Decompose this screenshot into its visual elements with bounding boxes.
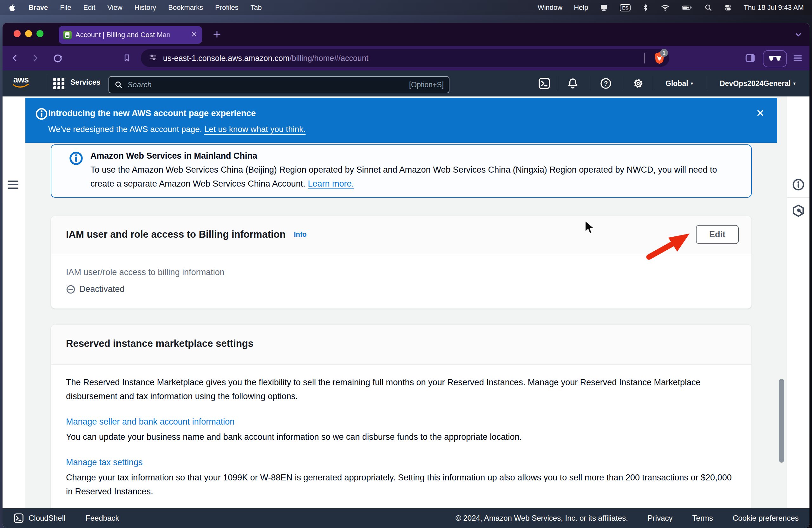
account-menu[interactable]: DevOps2024General▾ xyxy=(720,70,796,97)
panel-info-icon[interactable] xyxy=(787,172,810,197)
nav-divider xyxy=(47,75,47,91)
iam-card-title: IAM user and role access to Billing info… xyxy=(66,229,307,240)
cloudshell-icon[interactable] xyxy=(538,70,551,97)
menu-view[interactable]: View xyxy=(107,3,122,12)
search-shortcut-hint: [Option+S] xyxy=(409,81,444,89)
battery-icon[interactable] xyxy=(681,3,693,12)
search-icon xyxy=(114,80,123,89)
new-tab-button[interactable] xyxy=(212,29,222,41)
side-nav-collapsed xyxy=(2,97,25,508)
region-selector[interactable]: Global▾ xyxy=(665,70,693,97)
iam-status-badge: Deactivated xyxy=(79,284,125,294)
aws-logo[interactable]: aws xyxy=(12,75,30,90)
tab-search-chevron-icon[interactable] xyxy=(794,30,802,40)
wifi-icon[interactable] xyxy=(661,3,670,12)
reserved-intro-text: The Reserved Instance Marketplace gives … xyxy=(66,375,735,403)
banner-feedback-link[interactable]: Let us know what you think. xyxy=(204,124,305,134)
cloudshell-button[interactable]: CloudShell xyxy=(13,513,66,524)
tab-close-icon[interactable] xyxy=(191,31,198,39)
footer-copyright: © 2024, Amazon Web Services, Inc. or its… xyxy=(455,514,628,523)
reserved-card-title: Reserved instance marketplace settings xyxy=(66,338,253,349)
panel-hexagon-icon[interactable] xyxy=(787,198,810,223)
browser-tabbar: Account | Billing and Cost Man xyxy=(2,23,810,46)
footer-cookie-link[interactable]: Cookie preferences xyxy=(733,514,799,523)
iam-info-link[interactable]: Info xyxy=(294,230,306,238)
help-panel-rail xyxy=(787,97,810,508)
alert-text: To use the Amazon Web Services China (Be… xyxy=(90,163,738,191)
new-experience-banner: Introducing the new AWS account page exp… xyxy=(25,98,777,143)
display-icon[interactable] xyxy=(599,3,608,12)
services-menu[interactable]: Services xyxy=(70,78,101,87)
control-center-icon[interactable] xyxy=(724,3,732,12)
info-icon xyxy=(35,107,48,122)
iam-access-card: IAM user and role access to Billing info… xyxy=(51,216,752,309)
deactivated-icon xyxy=(66,285,75,294)
cloudshell-icon xyxy=(13,513,24,524)
browser-menu-icon[interactable] xyxy=(792,46,803,70)
banner-close-icon[interactable] xyxy=(756,108,765,119)
tab-title: Account | Billing and Cost Man xyxy=(75,31,180,39)
manage-seller-link[interactable]: Manage seller and bank account informati… xyxy=(66,415,737,429)
bluetooth-icon[interactable] xyxy=(642,3,649,12)
bookmark-icon[interactable] xyxy=(122,46,131,70)
url-path: /billing/home#/account xyxy=(290,54,368,63)
desktop: Brave File Edit View History Bookmarks P… xyxy=(0,0,812,528)
footer-terms-link[interactable]: Terms xyxy=(693,514,713,523)
alert-info-icon xyxy=(69,151,84,167)
banner-title: Introducing the new AWS account page exp… xyxy=(48,109,256,118)
reserved-instance-card: Reserved instance marketplace settings T… xyxy=(51,324,752,508)
help-icon[interactable]: ? xyxy=(599,70,612,97)
search-input[interactable] xyxy=(128,80,405,89)
settings-gear-icon[interactable] xyxy=(632,70,644,97)
menu-edit[interactable]: Edit xyxy=(84,3,96,12)
forward-button[interactable] xyxy=(30,46,40,70)
sidebar-toggle-icon[interactable] xyxy=(745,46,756,70)
iam-field-label: IAM user/role access to billing informat… xyxy=(66,268,737,277)
alert-title: Amazon Web Services in Mainland China xyxy=(90,149,738,162)
browser-toolbar: us-east-1.console.aws.amazon.com/billing… xyxy=(2,46,810,70)
menu-bookmarks[interactable]: Bookmarks xyxy=(168,3,203,12)
svg-text:?: ? xyxy=(604,80,608,87)
menu-history[interactable]: History xyxy=(134,3,156,12)
macos-menubar: Brave File Edit View History Bookmarks P… xyxy=(0,0,812,15)
vertical-scrollbar[interactable] xyxy=(779,379,784,462)
site-settings-icon[interactable] xyxy=(148,53,157,63)
edit-button[interactable]: Edit xyxy=(696,225,739,244)
console-footer: CloudShell Feedback © 2024, Amazon Web S… xyxy=(2,508,810,528)
feedback-button[interactable]: Feedback xyxy=(86,514,119,523)
tab-aws-billing[interactable]: Account | Billing and Cost Man xyxy=(59,26,202,44)
apple-icon[interactable] xyxy=(8,3,16,12)
urlbar-separator xyxy=(644,53,645,63)
profile-avatar[interactable] xyxy=(763,50,787,67)
address-bar[interactable]: us-east-1.console.aws.amazon.com/billing… xyxy=(141,49,669,67)
shield-badge: 1 xyxy=(660,49,668,57)
side-nav-hamburger-icon[interactable] xyxy=(8,181,18,191)
reload-button[interactable] xyxy=(53,46,63,70)
close-window-button[interactable] xyxy=(14,30,20,37)
banner-subtitle: We've redesigned the AWS account page. L… xyxy=(48,124,305,134)
keyboard-layout-badge[interactable]: ES xyxy=(620,4,630,11)
footer-privacy-link[interactable]: Privacy xyxy=(648,514,673,523)
menu-profiles[interactable]: Profiles xyxy=(215,3,238,12)
menu-brave[interactable]: Brave xyxy=(29,3,48,12)
manage-seller-description: You can update your business name and ba… xyxy=(66,430,735,444)
manage-tax-description: Change your tax information so that your… xyxy=(66,471,735,499)
menu-tab[interactable]: Tab xyxy=(250,3,262,12)
notifications-bell-icon[interactable] xyxy=(566,70,579,97)
services-grid-icon[interactable] xyxy=(53,78,64,89)
spotlight-search-icon[interactable] xyxy=(704,3,712,12)
aws-search-box[interactable]: [Option+S] xyxy=(108,76,449,93)
url-host: us-east-1.console.aws.amazon.com xyxy=(163,54,290,63)
manage-tax-link[interactable]: Manage tax settings xyxy=(66,455,737,469)
menu-help[interactable]: Help xyxy=(574,3,588,12)
menubar-clock[interactable]: Thu 18 Jul 9:43 AM xyxy=(743,3,804,12)
menu-window[interactable]: Window xyxy=(538,3,562,12)
minimize-window-button[interactable] xyxy=(25,30,32,37)
back-button[interactable] xyxy=(10,46,20,70)
aws-billing-favicon xyxy=(63,31,72,39)
china-region-alert: Amazon Web Services in Mainland China To… xyxy=(51,144,752,198)
learn-more-link[interactable]: Learn more. xyxy=(308,179,354,188)
menu-file[interactable]: File xyxy=(60,3,71,12)
maximize-window-button[interactable] xyxy=(37,30,43,37)
browser-window: Account | Billing and Cost Man xyxy=(2,23,810,528)
